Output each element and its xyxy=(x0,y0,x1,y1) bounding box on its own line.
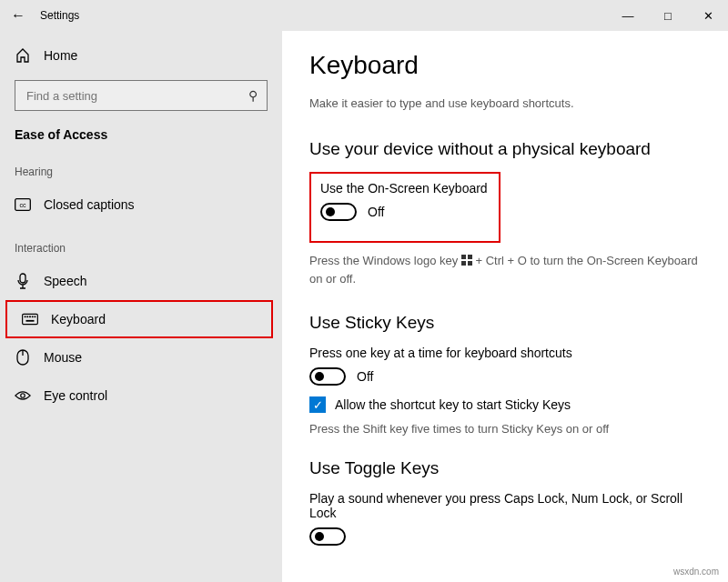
svg-rect-3 xyxy=(23,314,38,324)
sidebar-item-keyboard[interactable]: Keyboard xyxy=(5,300,273,338)
window-title: Settings xyxy=(36,9,79,22)
svg-rect-6 xyxy=(29,316,31,317)
svg-rect-8 xyxy=(35,316,36,317)
toggle-keys-label: Play a sound whenever you press Caps Loc… xyxy=(309,491,701,520)
section1-heading: Use your device without a physical keybo… xyxy=(309,139,701,159)
onscreen-keyboard-toggle[interactable] xyxy=(320,203,357,221)
onscreen-keyboard-highlight: Use the On-Screen Keyboard Off xyxy=(309,172,500,243)
main-content: Keyboard Make it easier to type and use … xyxy=(282,31,728,582)
page-description: Make it easier to type and use keyboard … xyxy=(309,96,701,110)
nav-label: Mouse xyxy=(44,350,82,365)
group-hearing-label: Hearing xyxy=(0,147,282,186)
section2-heading: Use Sticky Keys xyxy=(309,313,701,333)
nav-label: Eye control xyxy=(44,388,107,403)
home-label: Home xyxy=(44,48,77,63)
maximize-button[interactable]: □ xyxy=(648,0,688,31)
eye-icon xyxy=(15,389,31,402)
search-input-wrapper[interactable]: ⚲ xyxy=(15,80,268,111)
section-header: Ease of Access xyxy=(0,122,282,147)
svg-point-12 xyxy=(21,394,25,398)
sidebar: Home ⚲ Ease of Access Hearing cc Closed … xyxy=(0,31,282,582)
watermark: wsxdn.com xyxy=(673,567,719,577)
sticky-keys-hint: Press the Shift key five times to turn S… xyxy=(309,420,701,438)
sidebar-item-mouse[interactable]: Mouse xyxy=(0,338,282,376)
sidebar-item-closed-captions[interactable]: cc Closed captions xyxy=(0,186,282,224)
search-input[interactable] xyxy=(25,88,258,104)
sticky-keys-shortcut-checkbox[interactable]: ✓ xyxy=(309,396,326,413)
onscreen-keyboard-label: Use the On-Screen Keyboard xyxy=(320,181,490,196)
closed-captions-icon: cc xyxy=(15,198,31,211)
sticky-keys-toggle[interactable] xyxy=(309,367,346,386)
sticky-keys-label: Press one key at a time for keyboard sho… xyxy=(309,346,701,360)
toggle-keys-toggle[interactable] xyxy=(309,527,346,546)
close-button[interactable]: ✕ xyxy=(688,0,728,31)
microphone-icon xyxy=(15,273,31,289)
nav-label: Closed captions xyxy=(44,197,135,212)
sidebar-item-eye-control[interactable]: Eye control xyxy=(0,376,282,415)
svg-rect-5 xyxy=(26,316,28,317)
keyboard-icon xyxy=(22,313,38,326)
back-button[interactable]: ← xyxy=(0,7,36,24)
group-interaction-label: Interaction xyxy=(0,224,282,262)
nav-label: Keyboard xyxy=(51,312,106,326)
svg-text:cc: cc xyxy=(20,202,27,208)
sidebar-item-speech[interactable]: Speech xyxy=(0,262,282,300)
svg-rect-4 xyxy=(25,316,26,317)
home-icon xyxy=(15,48,31,63)
onscreen-keyboard-state: Off xyxy=(368,205,384,219)
svg-rect-9 xyxy=(26,320,35,322)
sticky-keys-checkbox-label: Allow the shortcut key to start Sticky K… xyxy=(335,397,571,412)
onscreen-keyboard-hint: Press the Windows logo key + Ctrl + O to… xyxy=(309,252,701,287)
sticky-keys-state: Off xyxy=(357,369,373,384)
svg-rect-7 xyxy=(32,316,34,317)
section3-heading: Use Toggle Keys xyxy=(309,458,701,478)
svg-rect-2 xyxy=(20,274,25,283)
page-title: Keyboard xyxy=(309,51,701,80)
minimize-button[interactable]: ― xyxy=(608,0,648,31)
windows-logo-icon xyxy=(461,255,472,266)
nav-label: Speech xyxy=(44,274,86,288)
mouse-icon xyxy=(15,349,31,366)
home-nav[interactable]: Home xyxy=(0,38,282,73)
search-icon: ⚲ xyxy=(248,88,258,103)
